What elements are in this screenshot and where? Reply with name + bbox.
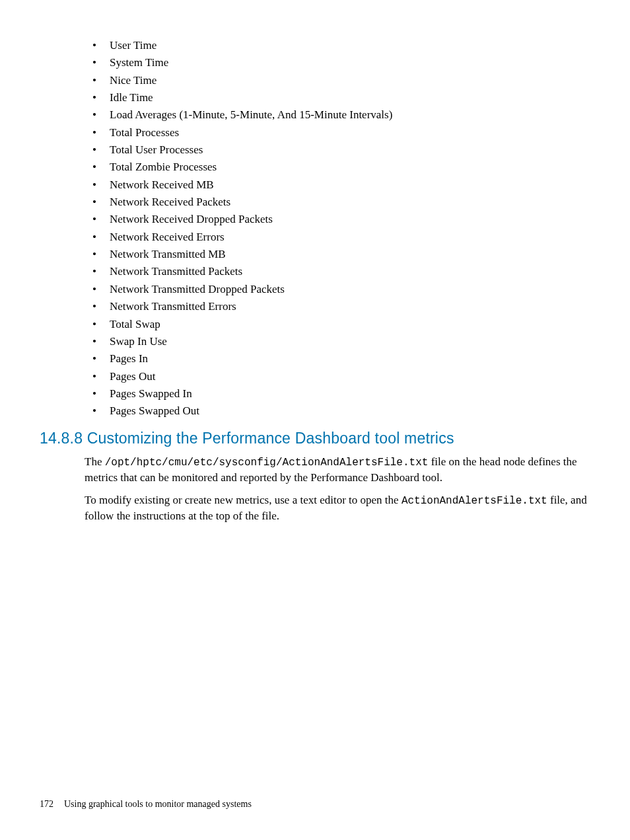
- list-item: System Time: [85, 54, 590, 71]
- list-item: Network Transmitted MB: [85, 246, 590, 263]
- para1-code: /opt/hptc/cmu/etc/sysconfig/ActionAndAle…: [105, 457, 429, 469]
- paragraph-2: To modify existing or create new metrics…: [85, 492, 590, 524]
- list-item: Network Received Packets: [85, 194, 590, 211]
- list-item: Total Zombie Processes: [85, 159, 590, 176]
- list-item: Pages Out: [85, 368, 590, 385]
- list-item: Network Transmitted Dropped Packets: [85, 281, 590, 298]
- para2-pre: To modify existing or create new metrics…: [85, 494, 402, 506]
- list-item: Pages Swapped In: [85, 385, 590, 402]
- list-item: User Time: [85, 37, 590, 54]
- list-item: Total Processes: [85, 124, 590, 141]
- para2-code: ActionAndAlertsFile.txt: [402, 495, 547, 507]
- metrics-list: User Time System Time Nice Time Idle Tim…: [85, 37, 590, 420]
- section-heading: 14.8.8 Customizing the Performance Dashb…: [40, 430, 590, 447]
- list-item: Total Swap: [85, 316, 590, 333]
- list-item: Network Transmitted Errors: [85, 298, 590, 315]
- list-item: Network Received MB: [85, 176, 590, 194]
- footer-title: Using graphical tools to monitor managed…: [64, 799, 252, 809]
- page-number: 172: [40, 799, 53, 809]
- content-wrapper: User Time System Time Nice Time Idle Tim…: [85, 37, 590, 524]
- list-item: Swap In Use: [85, 333, 590, 350]
- list-item: Pages In: [85, 350, 590, 367]
- list-item: Total User Processes: [85, 141, 590, 159]
- list-item: Network Received Dropped Packets: [85, 211, 590, 228]
- page-footer: 172Using graphical tools to monitor mana…: [40, 799, 252, 810]
- list-item: Load Averages (1-Minute, 5-Minute, And 1…: [85, 106, 590, 124]
- list-item: Network Received Errors: [85, 229, 590, 246]
- list-item: Pages Swapped Out: [85, 402, 590, 420]
- list-item: Network Transmitted Packets: [85, 263, 590, 280]
- para1-pre: The: [85, 455, 105, 468]
- paragraph-1: The /opt/hptc/cmu/etc/sysconfig/ActionAn…: [85, 454, 590, 486]
- list-item: Nice Time: [85, 72, 590, 89]
- list-item: Idle Time: [85, 89, 590, 106]
